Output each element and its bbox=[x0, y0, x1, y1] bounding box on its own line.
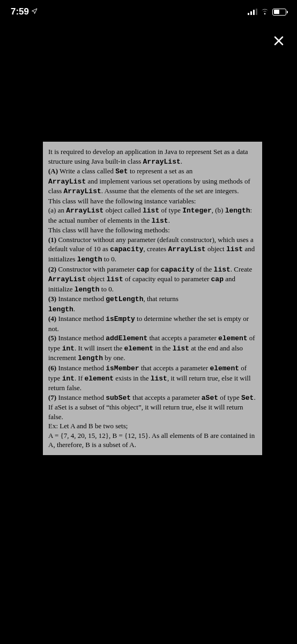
close-button[interactable] bbox=[270, 32, 287, 49]
method-1: (1) Constructor without any parameter (d… bbox=[48, 235, 257, 265]
status-time-area: 7:59 bbox=[11, 6, 38, 17]
wifi-icon bbox=[261, 7, 269, 17]
method-3: (3) Instance method getLength, that retu… bbox=[48, 294, 257, 304]
document-content: It is required to develop an application… bbox=[43, 142, 262, 455]
example-line-1: Ex: Let A and B be two sets; bbox=[48, 421, 257, 431]
intro-paragraph: It is required to develop an application… bbox=[48, 147, 257, 166]
example-line-2: A = {7, 4, 20, 15, 12}, B = {12, 15}. As… bbox=[48, 431, 257, 450]
instance-var-a: (a) an ArrayList object called list of t… bbox=[48, 206, 257, 225]
method-6: (6) Instance method isMember that accept… bbox=[48, 363, 257, 393]
battery-icon bbox=[272, 9, 286, 16]
status-indicators bbox=[248, 7, 286, 17]
methods-intro: This class will have the following metho… bbox=[48, 225, 257, 235]
section-a: (A) Write a class called Set to represen… bbox=[48, 166, 257, 177]
instance-vars-intro: This class will have the following insta… bbox=[48, 196, 257, 206]
method-3-cont: length. bbox=[48, 304, 257, 314]
location-icon bbox=[31, 6, 38, 17]
status-bar: 7:59 bbox=[0, 0, 297, 24]
section-a-cont: ArrayList and implement various set oper… bbox=[48, 177, 257, 196]
status-time: 7:59 bbox=[11, 6, 29, 17]
method-5: (5) Instance method addElement that acce… bbox=[48, 333, 257, 363]
close-icon bbox=[272, 34, 285, 47]
cellular-signal-icon bbox=[248, 9, 257, 15]
method-4: (4) Instance method isEmpty to determine… bbox=[48, 314, 257, 333]
method-7: (7) Instance method subSet that accepts … bbox=[48, 393, 257, 422]
method-2: (2) Constructor with parameter cap for c… bbox=[48, 265, 257, 295]
